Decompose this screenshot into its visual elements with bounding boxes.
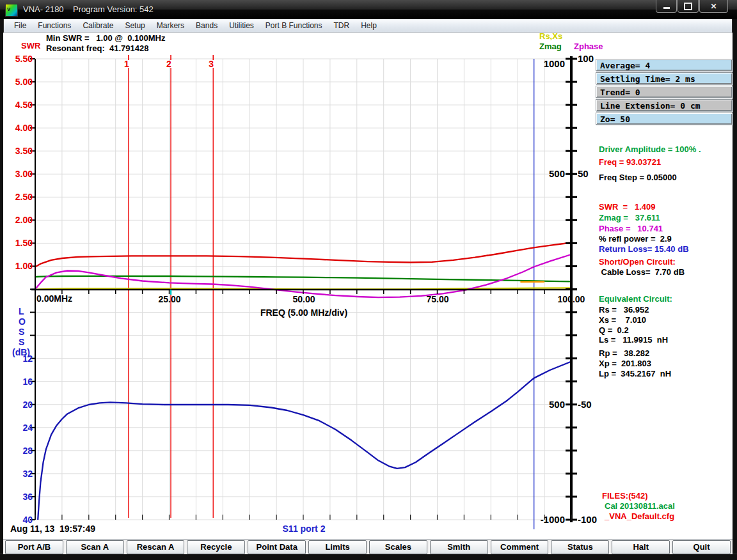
toolbar-button-scan-a[interactable]: Scan A — [66, 540, 124, 554]
bottom-toolbar: Port A/BScan ARescan ARecyclePoint DataL… — [3, 539, 733, 554]
minimize-button[interactable] — [656, 0, 677, 13]
readout-line-5: Phase = 10.741 — [599, 224, 663, 233]
close-button[interactable]: ✕ — [699, 0, 728, 13]
x-tick-0: 0.00MHz — [36, 293, 72, 304]
legend-zmag: Zmag — [539, 42, 562, 51]
toolbar-button-limits[interactable]: Limits — [308, 540, 367, 554]
menu-item-bands[interactable]: Bands — [190, 20, 223, 31]
toolbar-button-status[interactable]: Status — [551, 540, 609, 554]
window-title: VNA- 2180 Program Version: 542 — [23, 4, 154, 14]
x-axis-title: FREQ (5.00 MHz/div) — [240, 307, 368, 318]
right-outer-tick-3: -100 — [578, 514, 597, 525]
settings-box-2[interactable]: Trend= 0 — [596, 86, 733, 98]
menu-item-utilities[interactable]: Utilities — [223, 20, 260, 31]
file-line-0: FILES:(542) — [602, 491, 648, 501]
toolbar-button-comment[interactable]: Comment — [491, 540, 549, 554]
menu-item-help[interactable]: Help — [355, 20, 383, 31]
readout-line-3: SWR = 1.409 — [599, 202, 656, 212]
loss-axis-unit: (dB) — [12, 347, 30, 357]
toolbar-button-recycle[interactable]: Recycle — [187, 540, 245, 554]
close-icon: ✕ — [710, 3, 717, 10]
marker-label-2[interactable]: 2 — [164, 59, 174, 69]
menu-item-functions[interactable]: Functions — [32, 20, 77, 31]
readout-line-6: % refl power = 2.9 — [599, 234, 672, 244]
menu-item-markers[interactable]: Markers — [151, 20, 190, 31]
readout-line-16: Xp = 201.803 — [599, 359, 651, 368]
readout-line-15: Rp = 38.282 — [599, 348, 649, 358]
loss-axis-letter-3: S — [19, 337, 24, 347]
readout-line-13: Q = 0.2 — [599, 325, 629, 335]
menu-item-setup[interactable]: Setup — [119, 20, 150, 31]
readout-line-10: Equivalent Circuit: — [599, 294, 672, 304]
trace-label: S11 port 2 — [259, 524, 349, 534]
loss-tick-36: 36 — [6, 492, 33, 502]
right-inner-tick-0: 1000 — [530, 58, 565, 69]
x-tick-1: 25.00 — [147, 294, 192, 304]
loss-axis-letter-1: O — [19, 316, 26, 327]
readout-line-7: Return Loss= 15.40 dB — [599, 244, 689, 254]
marker-label-3[interactable]: 3 — [206, 59, 216, 69]
right-outer-tick-0: 100 — [578, 53, 594, 64]
menu-item-file[interactable]: File — [8, 20, 32, 31]
readout-line-14: Ls = 11.9915 nH — [599, 335, 668, 345]
loss-tick-24: 24 — [6, 423, 33, 433]
toolbar-button-point-data[interactable]: Point Data — [248, 540, 306, 554]
maximize-icon — [684, 3, 692, 10]
app-logo-icon: V — [5, 4, 18, 17]
toolbar-button-port-a-b[interactable]: Port A/B — [5, 540, 63, 554]
marker-label-1[interactable]: 1 — [122, 59, 132, 69]
toolbar-button-halt[interactable]: Halt — [612, 540, 670, 554]
toolbar-button-scales[interactable]: Scales — [369, 540, 427, 554]
settings-box-3[interactable]: Line Extension= 0 cm — [596, 99, 733, 111]
series-return-loss — [38, 362, 571, 520]
loss-tick-32: 32 — [6, 469, 33, 479]
readout-line-2: Freq Step = 0.05000 — [599, 173, 677, 182]
titlebar[interactable]: V VNA- 2180 Program Version: 542 ✕ — [0, 0, 737, 19]
right-outer-tick-1: 50 — [578, 168, 589, 179]
window-frame-right — [732, 19, 737, 560]
right-outer-tick-2: -50 — [578, 399, 592, 410]
swr-tick-3.50: 3.50 — [6, 146, 33, 156]
timestamp: Aug 11, 13 19:57:49 — [10, 524, 95, 534]
swr-tick-5.00: 5.00 — [6, 77, 33, 87]
loss-tick-16: 16 — [6, 377, 33, 387]
swr-tick-4.50: 4.50 — [6, 100, 33, 110]
readout-line-11: Rs = 36.952 — [599, 305, 649, 315]
maximize-button[interactable] — [678, 0, 699, 13]
swr-tick-1.50: 1.50 — [6, 238, 33, 248]
swr-tick-5.50: 5.50 — [6, 54, 33, 64]
legend-zphase: Zphase — [574, 42, 603, 51]
window-controls: ✕ — [655, 0, 728, 13]
swr-tick-4.00: 4.00 — [6, 123, 33, 133]
window-frame-bottom — [0, 554, 737, 560]
readout-line-17: Lp = 345.2167 nH — [599, 369, 671, 378]
loss-tick-20: 20 — [6, 400, 33, 410]
menu-item-port-b-functions[interactable]: Port B Functions — [260, 20, 328, 31]
x-tick-2: 50.00 — [281, 294, 326, 304]
x-tick-4: 100.00 — [549, 294, 594, 304]
readout-line-9: Cable Loss= 7.70 dB — [599, 267, 685, 277]
menu-item-calibrate[interactable]: Calibrate — [77, 20, 119, 31]
readout-line-4: Zmag = 37.611 — [599, 213, 660, 222]
swr-tick-2.50: 2.50 — [6, 192, 33, 202]
toolbar-button-quit[interactable]: Quit — [672, 540, 731, 554]
menu-item-tdr[interactable]: TDR — [328, 20, 356, 31]
loss-axis-letter-0: L — [19, 306, 24, 316]
readout-line-1: Freq = 93.03721 — [599, 157, 661, 167]
swr-tick-3.00: 3.00 — [6, 169, 33, 179]
settings-box-4[interactable]: Zo= 50 — [596, 113, 733, 125]
toolbar-button-rescan-a[interactable]: Rescan A — [127, 540, 185, 554]
app-window: V VNA- 2180 Program Version: 542 ✕ FileF… — [0, 0, 737, 560]
minimize-icon — [663, 7, 670, 9]
main-content: SWR Min SWR = 1.00 @ 0.100MHz Resonant f… — [3, 33, 733, 554]
menu-bar: FileFunctionsCalibrateSetupMarkersBandsU… — [3, 19, 733, 33]
toolbar-button-smith[interactable]: Smith — [430, 540, 488, 554]
swr-axis-title: SWR — [21, 41, 40, 51]
file-line-1: Cal 20130811.acal — [605, 501, 675, 511]
file-line-2: _VNA_Default.cfg — [605, 511, 674, 521]
right-inner-tick-1: 500 — [530, 168, 565, 179]
settings-box-0[interactable]: Average= 4 — [596, 59, 733, 71]
readout-line-12: Xs = 7.010 — [599, 315, 646, 325]
settings-box-1[interactable]: Settling Time= 2 ms — [596, 72, 733, 84]
swr-tick-1.00: 1.00 — [6, 261, 33, 271]
